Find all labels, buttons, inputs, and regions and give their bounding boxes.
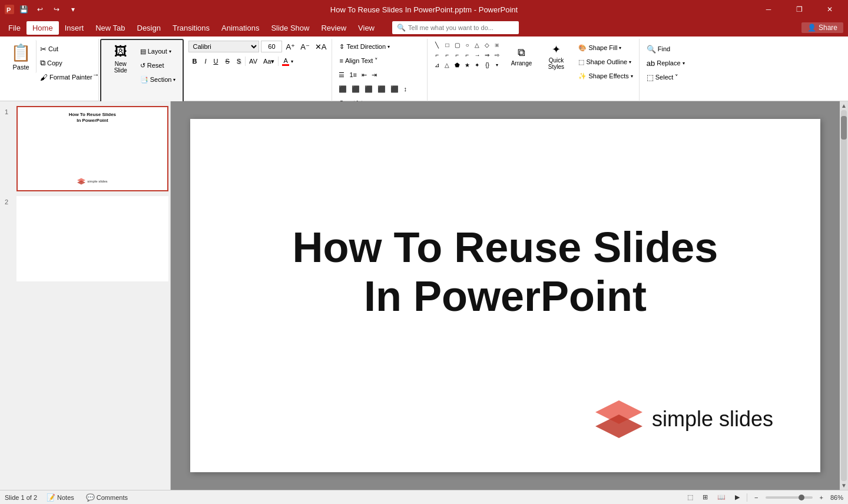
menu-newtab[interactable]: New Tab <box>90 21 131 35</box>
arrange-btn[interactable]: ⧉ Arrange <box>506 40 536 73</box>
increase-font-btn[interactable]: A⁺ <box>284 40 297 53</box>
customize-qat-btn[interactable]: ▾ <box>66 2 80 16</box>
vertical-scrollbar[interactable]: ▲ ▼ <box>840 101 848 490</box>
italic-btn[interactable]: I <box>201 55 209 68</box>
replace-btn[interactable]: ab Replace ▾ <box>644 57 687 69</box>
cols-btn[interactable]: ⬛ <box>389 82 400 95</box>
normal-view-btn[interactable]: ⬚ <box>685 492 695 502</box>
copy-btn[interactable]: ⧉ Copy <box>38 57 95 69</box>
increase-indent-btn[interactable]: ⇥ <box>370 68 379 81</box>
bullets-btn[interactable]: ☰ <box>337 68 346 81</box>
shape19-btn[interactable]: ✦ <box>472 60 482 69</box>
search-input[interactable] <box>408 24 514 31</box>
rect-shape-btn[interactable]: □ <box>442 40 452 49</box>
menu-home[interactable]: Home <box>26 21 59 35</box>
paste-btn[interactable]: 📋 Paste <box>6 40 37 73</box>
menu-slideshow[interactable]: Slide Show <box>265 21 315 35</box>
shape13-btn[interactable]: ⇒ <box>482 50 492 59</box>
menu-transitions[interactable]: Transitions <box>167 21 216 35</box>
scroll-down-btn[interactable]: ▼ <box>841 482 847 489</box>
slide-canvas-area: How To Reuse Slides In PowerPoint simple… <box>171 101 840 490</box>
new-slide-btn[interactable]: 🖼 New Slide <box>106 42 135 75</box>
layout-btn[interactable]: ▤ Layout ▾ <box>138 45 178 58</box>
shape15-btn[interactable]: ⊿ <box>432 60 442 69</box>
text-direction-btn[interactable]: ⇕ Text Direction ▾ <box>337 40 392 53</box>
find-btn[interactable]: 🔍 Find <box>644 42 687 55</box>
shape20-btn[interactable]: {} <box>482 60 492 69</box>
bold-btn[interactable]: B <box>188 55 200 68</box>
undo-qat-btn[interactable]: ↩ <box>33 2 47 16</box>
text-case-btn[interactable]: Aa▾ <box>261 55 277 68</box>
align-right-btn[interactable]: ⬛ <box>363 82 375 95</box>
shape10-btn[interactable]: ⌐ <box>452 50 462 59</box>
align-left-btn[interactable]: ⬛ <box>337 82 349 95</box>
font-color-btn[interactable]: A ▾ <box>280 55 295 68</box>
shape18-btn[interactable]: ★ <box>462 60 472 69</box>
slide-thumb-2[interactable] <box>16 196 168 281</box>
reset-btn[interactable]: ↺ Reset <box>138 59 178 72</box>
select-btn[interactable]: ⬚ Select ˅ <box>644 71 687 84</box>
decrease-font-btn[interactable]: A⁻ <box>299 40 312 53</box>
shape16-btn[interactable]: △ <box>442 60 452 69</box>
menu-review[interactable]: Review <box>315 21 352 35</box>
reading-view-btn[interactable]: 📖 <box>715 492 728 502</box>
slide-logo-svg <box>595 396 642 443</box>
shapes-more-btn[interactable]: ▾ <box>492 60 502 69</box>
shape-outline-btn[interactable]: ⬚ Shape Outline ▾ <box>576 55 635 68</box>
shape-effects-btn[interactable]: ✨ Shape Effects ▾ <box>576 69 635 82</box>
slide-sorter-btn[interactable]: ⊞ <box>700 492 710 502</box>
align-center-btn[interactable]: ⬛ <box>350 82 362 95</box>
char-spacing-btn[interactable]: AV <box>247 55 260 68</box>
svg-marker-5 <box>595 415 642 438</box>
menu-insert[interactable]: Insert <box>59 21 90 35</box>
redo-qat-btn[interactable]: ↪ <box>49 2 64 16</box>
scroll-thumb[interactable] <box>841 116 847 140</box>
minimize-btn[interactable]: ─ <box>755 0 782 19</box>
shape9-btn[interactable]: ⌐ <box>442 50 452 59</box>
slideshow-btn[interactable]: ▶ <box>733 492 742 502</box>
shape12-btn[interactable]: → <box>472 50 482 59</box>
menu-design[interactable]: Design <box>131 21 167 35</box>
menu-file[interactable]: File <box>2 21 26 35</box>
font-size-input[interactable] <box>261 41 282 52</box>
scroll-up-btn[interactable]: ▲ <box>841 102 847 109</box>
menu-animations[interactable]: Animations <box>216 21 265 35</box>
shape6-btn[interactable]: ◇ <box>482 40 492 49</box>
align-text-btn[interactable]: ≡ Align Text ˅ <box>337 54 380 67</box>
section-btn[interactable]: 📑 Section ▾ <box>138 73 178 86</box>
zoom-out-btn[interactable]: − <box>752 493 760 502</box>
clear-format-btn[interactable]: ✕A <box>313 40 329 53</box>
slide-thumb-1[interactable]: How To Reuse SlidesIn PowerPoint simple … <box>16 106 168 191</box>
line-spacing-btn[interactable]: ↕ <box>402 82 409 95</box>
shape-fill-btn[interactable]: 🎨 Shape Fill ▾ <box>576 41 635 54</box>
shape14-btn[interactable]: ⇨ <box>492 50 502 59</box>
format-painter-btn[interactable]: 🖌 Format Painter → <box>38 71 95 84</box>
close-btn[interactable]: ✕ <box>816 0 843 19</box>
cut-btn[interactable]: ✂ Cut <box>38 42 95 55</box>
numbering-btn[interactable]: 1≡ <box>347 68 359 81</box>
restore-btn[interactable]: ❐ <box>786 0 813 19</box>
rounded-rect-btn[interactable]: ▢ <box>452 40 462 49</box>
oval-btn[interactable]: ○ <box>462 40 472 49</box>
shadow-btn[interactable]: S <box>234 55 244 68</box>
save-qat-btn[interactable]: 💾 <box>16 2 31 16</box>
menu-view[interactable]: View <box>352 21 380 35</box>
triangle-btn[interactable]: △ <box>472 40 482 49</box>
justify-btn[interactable]: ⬛ <box>376 82 387 95</box>
underline-btn[interactable]: U <box>210 55 221 68</box>
zoom-slider[interactable] <box>766 496 813 499</box>
font-name-select[interactable]: Calibri <box>188 41 259 52</box>
zoom-in-btn[interactable]: + <box>817 493 826 502</box>
slide-canvas[interactable]: How To Reuse Slides In PowerPoint simple… <box>190 119 820 472</box>
notes-btn[interactable]: 📝 Notes <box>44 492 77 503</box>
quick-styles-btn[interactable]: ✦ Quick Styles <box>538 40 574 73</box>
shape7-btn[interactable]: ▣ <box>492 40 502 49</box>
comments-btn[interactable]: 💬 Comments <box>84 492 130 503</box>
shape11-btn[interactable]: ⌐ <box>462 50 472 59</box>
strikethrough-btn[interactable]: S <box>222 55 232 68</box>
share-btn[interactable]: 👤 Share <box>801 22 843 33</box>
shape17-btn[interactable]: ⬟ <box>452 60 462 69</box>
shape8-btn[interactable]: ⌐ <box>432 50 442 59</box>
decrease-indent-btn[interactable]: ⇤ <box>360 68 369 81</box>
line-shape-btn[interactable]: ╲ <box>432 40 442 49</box>
